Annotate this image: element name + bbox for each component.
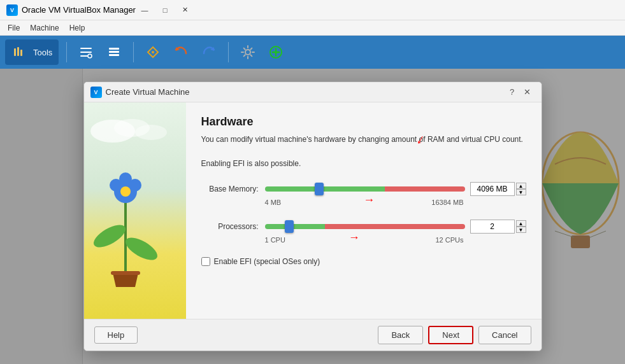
- list-view-button[interactable]: [103, 41, 126, 64]
- processors-range: 1 CPU → 12 CPUs: [201, 236, 526, 249]
- tag-button[interactable]: [141, 41, 164, 64]
- gear-button[interactable]: [236, 41, 259, 64]
- menu-file[interactable]: File: [3, 22, 25, 34]
- description-text-2: Enabling EFI is also possible.: [201, 158, 526, 169]
- dialog-close-btn[interactable]: ✕: [520, 86, 535, 99]
- title-bar: V Oracle VM VirtualBox Manager — □ ✕: [0, 0, 625, 20]
- svg-rect-2: [20, 50, 22, 56]
- efi-row: Enable EFI (special OSes only): [201, 257, 526, 266]
- minimize-button[interactable]: —: [136, 4, 154, 17]
- base-memory-spin-up[interactable]: ▲: [516, 183, 526, 189]
- settings-icon: [78, 45, 94, 60]
- base-memory-thumb[interactable]: [315, 183, 324, 195]
- processors-row: Processors: ▲ ▼: [201, 220, 526, 234]
- redo-icon: [201, 45, 217, 60]
- plant-illustration: [90, 160, 167, 287]
- base-memory-spinbox: ▲ ▼: [516, 183, 526, 195]
- base-memory-arrow-icon: →: [363, 193, 375, 207]
- base-memory-max: 16384 MB: [431, 199, 463, 212]
- processors-label: Processors:: [201, 222, 265, 231]
- tools-icon: [11, 45, 27, 60]
- svg-point-16: [90, 221, 129, 252]
- footer-right-buttons: Back Next Cancel: [378, 326, 531, 344]
- dialog-illustration: [84, 102, 186, 319]
- processors-value[interactable]: [470, 220, 515, 234]
- list-view-icon: [106, 45, 122, 60]
- base-memory-spin-down[interactable]: ▼: [516, 189, 526, 195]
- processors-thumb[interactable]: [285, 220, 294, 233]
- app-title: Oracle VM VirtualBox Manager: [22, 5, 136, 15]
- processors-spin-down[interactable]: ▼: [516, 227, 526, 233]
- processors-track: [265, 224, 465, 229]
- dialog-footer: Help Back Next Cancel: [84, 319, 542, 351]
- svg-rect-1: [17, 47, 19, 56]
- settings-button[interactable]: [75, 41, 97, 64]
- add-icon: [268, 45, 284, 60]
- svg-point-20: [110, 179, 122, 192]
- processors-spinbox: ▲ ▼: [516, 220, 526, 233]
- toolbar-separator-3: [228, 42, 229, 62]
- back-button[interactable]: Back: [378, 326, 423, 344]
- svg-rect-0: [14, 48, 16, 56]
- svg-point-21: [129, 179, 141, 192]
- maximize-button[interactable]: □: [156, 4, 174, 17]
- menu-help[interactable]: Help: [64, 22, 90, 34]
- base-memory-track: [265, 186, 465, 192]
- processors-min: 1 CPU: [265, 236, 285, 249]
- undo-button[interactable]: [169, 41, 192, 64]
- toolbar-separator-2: [133, 42, 134, 62]
- svg-point-7: [152, 51, 154, 53]
- processors-slider-container[interactable]: [265, 220, 465, 233]
- main-area: V Create Virtual Machine ? ✕: [0, 69, 625, 364]
- tools-section: Tools: [5, 39, 59, 65]
- gear-icon: [240, 45, 255, 60]
- processors-spin-up[interactable]: ▲: [516, 220, 526, 227]
- svg-rect-4: [109, 48, 119, 50]
- svg-point-17: [122, 234, 160, 265]
- base-memory-min: 4 MB: [265, 199, 282, 212]
- create-vm-dialog: V Create Virtual Machine ? ✕: [83, 81, 542, 351]
- toolbar-separator-1: [66, 42, 67, 62]
- dialog-content: Hardware You can modify virtual machine'…: [186, 102, 542, 319]
- processors-arrow-icon: →: [348, 231, 360, 244]
- base-memory-range: 4 MB → 16384 MB: [201, 199, 526, 212]
- main-toolbar: Tools: [0, 36, 625, 69]
- window-controls: — □ ✕: [136, 4, 194, 17]
- description-text-1: You can modify virtual machine's hardwar…: [201, 134, 526, 145]
- base-memory-value[interactable]: [470, 182, 515, 196]
- svg-rect-6: [109, 54, 119, 56]
- tag-icon: [145, 45, 161, 60]
- svg-rect-23: [111, 271, 140, 275]
- undo-icon: [173, 45, 189, 60]
- svg-point-22: [120, 186, 131, 197]
- help-button[interactable]: Help: [94, 326, 138, 344]
- dialog-help-btn[interactable]: ?: [505, 86, 520, 99]
- svg-point-3: [88, 54, 92, 58]
- menu-bar: File Machine Help: [0, 20, 625, 36]
- next-button[interactable]: Next: [428, 326, 473, 344]
- dialog-logo: V: [90, 87, 102, 98]
- close-button[interactable]: ✕: [176, 4, 194, 17]
- dialog-title-bar: V Create Virtual Machine ? ✕: [84, 82, 542, 102]
- redo-button[interactable]: [198, 41, 220, 64]
- section-heading: Hardware: [201, 115, 526, 129]
- tools-label: Tools: [33, 48, 52, 57]
- section-description: You can modify virtual machine's hardwar…: [201, 134, 526, 169]
- svg-rect-5: [109, 51, 119, 53]
- menu-machine[interactable]: Machine: [25, 22, 64, 34]
- dialog-title: Create Virtual Machine: [106, 87, 505, 97]
- add-button[interactable]: [264, 41, 287, 64]
- app-logo: V: [6, 4, 18, 16]
- efi-checkbox[interactable]: [201, 257, 210, 266]
- processors-max: 12 CPUs: [435, 236, 463, 249]
- svg-point-14: [135, 125, 167, 140]
- efi-label: Enable EFI (special OSes only): [214, 257, 320, 266]
- modal-overlay: V Create Virtual Machine ? ✕: [0, 69, 625, 364]
- cancel-button[interactable]: Cancel: [478, 326, 531, 344]
- base-memory-label: Base Memory:: [201, 185, 265, 193]
- tool-icons: [11, 45, 27, 60]
- dialog-body: Hardware You can modify virtual machine'…: [84, 102, 542, 319]
- cloud-illustration: [87, 112, 176, 150]
- svg-point-10: [245, 50, 250, 55]
